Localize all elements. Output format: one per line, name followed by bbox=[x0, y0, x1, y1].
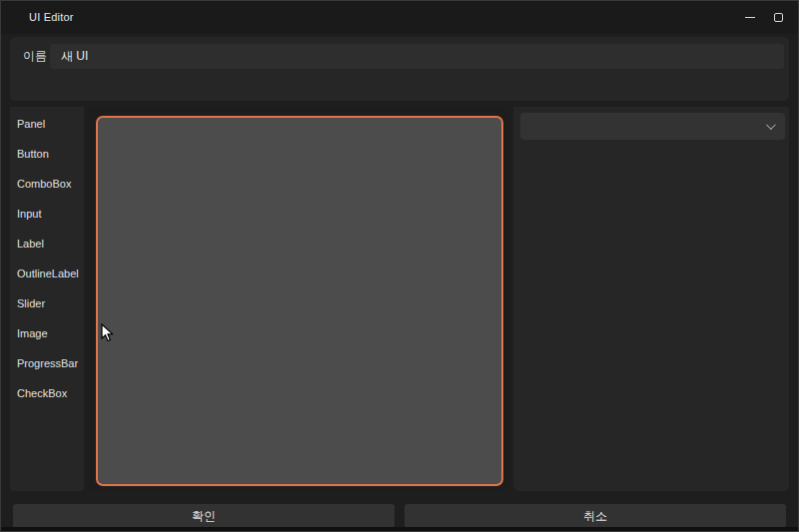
window-title: UI Editor bbox=[29, 1, 74, 34]
titlebar: UI Editor bbox=[1, 1, 798, 34]
sidebar-item-progressbar[interactable]: ProgressBar bbox=[10, 348, 84, 378]
name-label: 이름 bbox=[23, 44, 47, 69]
canvas-column bbox=[88, 107, 509, 491]
name-input[interactable] bbox=[50, 44, 784, 69]
sidebar-item-outlinelabel[interactable]: OutlineLabel bbox=[10, 259, 84, 288]
sidebar-item-image[interactable]: Image bbox=[10, 318, 84, 348]
maximize-icon bbox=[774, 13, 783, 22]
sidebar-item-checkbox[interactable]: CheckBox bbox=[10, 378, 84, 408]
design-canvas[interactable] bbox=[96, 116, 503, 486]
inspector-panel bbox=[513, 107, 789, 491]
sidebar-item-input[interactable]: Input bbox=[10, 199, 84, 229]
inspector-dropdown[interactable] bbox=[520, 113, 785, 140]
sidebar-item-combobox[interactable]: ComboBox bbox=[10, 169, 84, 199]
chevron-down-icon bbox=[766, 120, 776, 130]
ok-button[interactable]: 확인 bbox=[13, 504, 395, 528]
minimize-icon bbox=[745, 17, 755, 18]
sidebar-item-slider[interactable]: Slider bbox=[10, 288, 84, 318]
maximize-button[interactable] bbox=[762, 1, 794, 34]
sidebar-item-button[interactable]: Button bbox=[10, 139, 84, 169]
cancel-button[interactable]: 취소 bbox=[404, 504, 786, 528]
form-panel: 이름 타입 멈춤 상태에서 실행 자막 아래에 표시 bbox=[10, 37, 789, 101]
sidebar-item-label[interactable]: Label bbox=[10, 229, 84, 259]
sidebar-item-panel[interactable]: Panel bbox=[10, 109, 84, 139]
ui-editor-window: UI Editor 이름 타입 멈춤 상태에서 실행 자막 아래에 표시 Pan… bbox=[0, 0, 799, 532]
window-bottom-edge bbox=[1, 527, 798, 531]
component-sidebar: Panel Button ComboBox Input Label Outlin… bbox=[10, 107, 84, 491]
